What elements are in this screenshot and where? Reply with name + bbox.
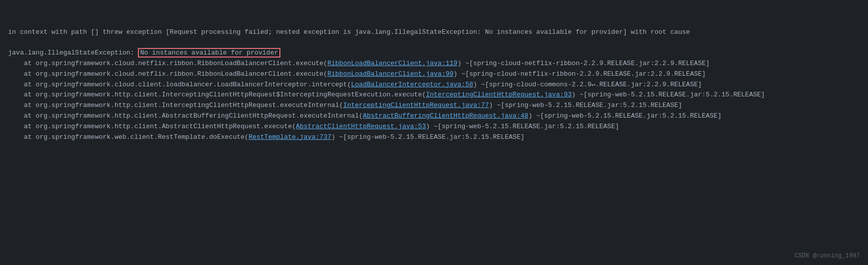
code-text: ) ~[spring-web-5.2.15.RELEASE.jar:5.2.15…: [572, 91, 765, 98]
stack-link[interactable]: AbstractClientHttpRequest.java:53: [296, 123, 426, 130]
code-line: [8, 37, 860, 48]
stack-link[interactable]: AbstractBufferingClientHttpRequest.java:…: [363, 112, 528, 120]
code-text: at org.springframework.web.client.RestTe…: [8, 133, 249, 141]
code-text: at org.springframework.http.client.Inter…: [8, 91, 426, 98]
code-line: at org.springframework.cloud.netflix.rib…: [8, 69, 860, 80]
code-line: at org.springframework.http.client.Inter…: [8, 100, 860, 111]
code-text: at org.springframework.cloud.netflix.rib…: [8, 70, 327, 78]
code-text: ) ~[spring-web-5.2.15.RELEASE.jar:5.2.15…: [528, 112, 721, 120]
stack-link[interactable]: LoadBalancerInterceptor.java:58: [351, 81, 473, 88]
code-text: java.lang.IllegalStateException:: [8, 49, 138, 57]
stack-link[interactable]: InterceptingClientHttpRequest.java:77: [343, 101, 489, 109]
stack-link[interactable]: RibbonLoadBalancerClient.java:99: [327, 70, 454, 78]
code-line: java.lang.IllegalStateException: No inst…: [8, 48, 860, 59]
watermark: CSDN @running_1997: [794, 251, 860, 261]
code-line: at org.springframework.http.client.Abstr…: [8, 122, 860, 132]
error-highlight: No instances available for provider: [138, 48, 280, 58]
code-text: at org.springframework.http.client.Abstr…: [8, 123, 296, 130]
stack-trace-container: in context with path [] threw exception …: [8, 6, 860, 142]
code-text: at org.springframework.http.client.Inter…: [8, 101, 343, 109]
code-text: at org.springframework.cloud.netflix.rib…: [8, 60, 327, 67]
code-text: ) ~[spring-cloud-netflix-ribbon-2.2.9.RE…: [457, 60, 709, 67]
code-text: at org.springframework.http.client.Abstr…: [8, 112, 363, 120]
code-line: at org.springframework.cloud.netflix.rib…: [8, 59, 860, 69]
code-text: ) ~[spring-web-5.2.15.RELEASE.jar:5.2.15…: [489, 101, 682, 109]
stack-link[interactable]: RestTemplate.java:737: [249, 133, 331, 141]
code-text: ) ~[spring-web-5.2.15.RELEASE.jar:5.2.15…: [331, 133, 524, 141]
code-text: ) ~[spring-cloud-netflix-ribbon-2.2.9.RE…: [454, 70, 706, 78]
code-line: at org.springframework.http.client.Abstr…: [8, 111, 860, 122]
code-line: at org.springframework.web.client.RestTe…: [8, 132, 860, 143]
stack-link[interactable]: RibbonLoadBalancerClient.java:119: [327, 60, 457, 67]
code-text: in context with path [] threw exception …: [8, 28, 690, 36]
code-text: at org.springframework.cloud.client.load…: [8, 81, 351, 88]
code-line: at org.springframework.cloud.client.load…: [8, 80, 860, 90]
code-line: at org.springframework.http.client.Inter…: [8, 90, 860, 100]
code-line: in context with path [] threw exception …: [8, 27, 860, 38]
stack-link[interactable]: InterceptingClientHttpRequest.java:93: [426, 91, 572, 98]
code-text: ) ~[spring-web-5.2.15.RELEASE.jar:5.2.15…: [426, 123, 619, 130]
code-text: ) ~[spring-cloud-commons-2.2.9↵.RELEASE.…: [473, 81, 702, 88]
